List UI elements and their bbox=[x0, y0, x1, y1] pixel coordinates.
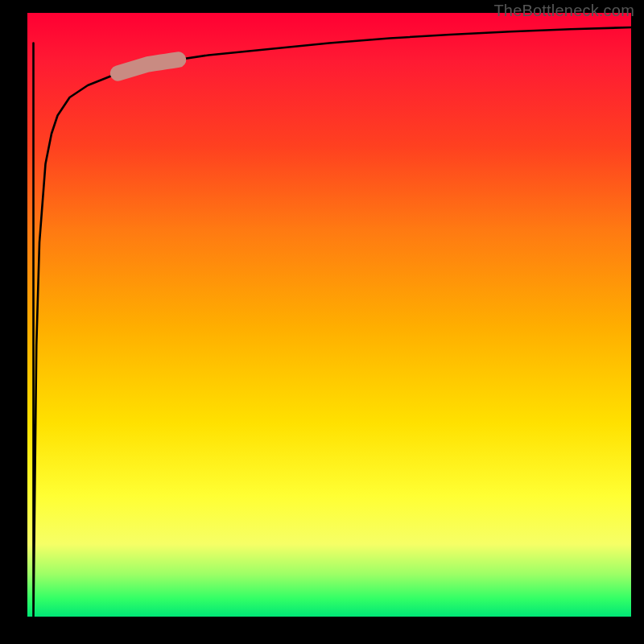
plot-area bbox=[27, 13, 631, 617]
watermark-text: TheBottleneck.com bbox=[493, 2, 634, 20]
chart-container: TheBottleneck.com bbox=[0, 0, 644, 644]
